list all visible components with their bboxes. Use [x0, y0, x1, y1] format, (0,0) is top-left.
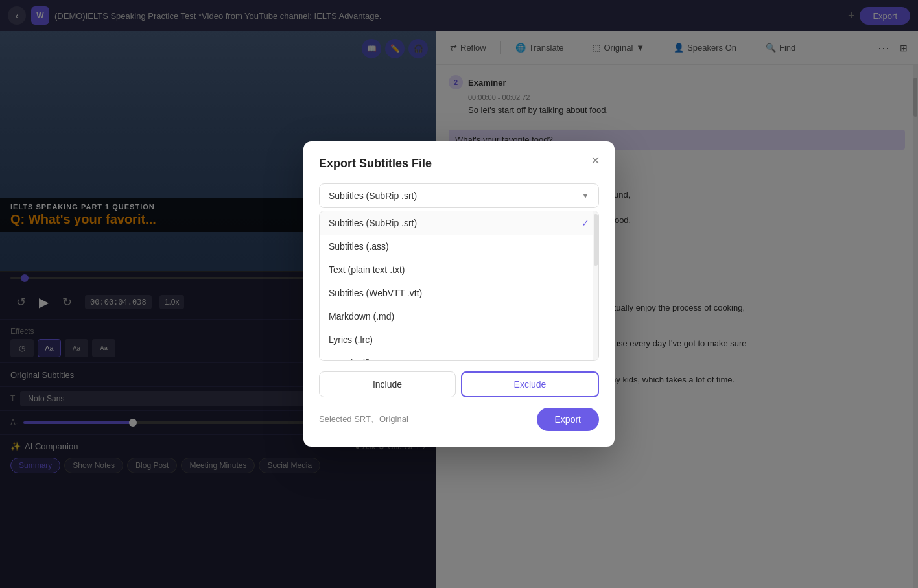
selected-info: Selected SRT、Original — [319, 414, 408, 425]
exclude-button[interactable]: Exclude — [461, 371, 599, 397]
dropdown-chevron-icon: ▼ — [582, 191, 589, 200]
include-exclude-row: Include Exclude — [319, 371, 599, 397]
format-item-srt[interactable]: Subtitles (SubRip .srt) ✓ — [320, 211, 598, 235]
format-item-md[interactable]: Markdown (.md) — [320, 305, 598, 328]
modal-overlay: Export Subtitles File ✕ Subtitles (SubRi… — [0, 0, 918, 588]
export-modal-button[interactable]: Export — [537, 408, 599, 431]
export-modal: Export Subtitles File ✕ Subtitles (SubRi… — [303, 141, 615, 447]
include-button[interactable]: Include — [319, 371, 456, 397]
format-item-vtt[interactable]: Subtitles (WebVTT .vtt) — [320, 281, 598, 305]
modal-footer: Selected SRT、Original Export — [319, 408, 599, 431]
format-dropdown: Subtitles (SubRip .srt) ▼ — [319, 183, 599, 208]
check-icon: ✓ — [582, 218, 589, 228]
list-scrollbar-thumb — [594, 214, 598, 266]
format-item-lrc[interactable]: Lyrics (.lrc) — [320, 328, 598, 351]
list-scrollbar[interactable] — [593, 211, 598, 360]
modal-title: Export Subtitles File — [319, 157, 599, 171]
format-list-inner: Subtitles (SubRip .srt) ✓ Subtitles (.as… — [320, 211, 598, 360]
modal-close-button[interactable]: ✕ — [586, 152, 604, 170]
format-item-pdf[interactable]: PDF (.pdf) — [320, 351, 598, 360]
format-list: Subtitles (SubRip .srt) ✓ Subtitles (.as… — [319, 211, 599, 361]
format-item-txt[interactable]: Text (plain text .txt) — [320, 258, 598, 281]
format-item-ass[interactable]: Subtitles (.ass) — [320, 235, 598, 258]
format-selected-label: Subtitles (SubRip .srt) — [329, 191, 417, 201]
format-dropdown-trigger[interactable]: Subtitles (SubRip .srt) ▼ — [319, 183, 599, 208]
